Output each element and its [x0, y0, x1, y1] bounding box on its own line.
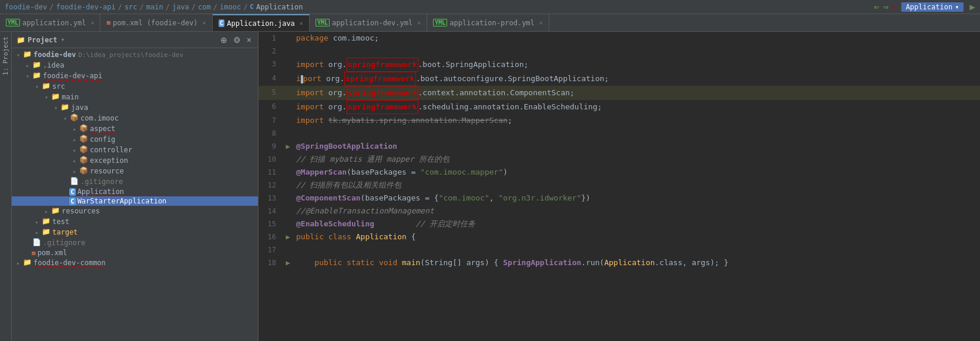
tree-item-pom-module[interactable]: m pom.xml	[12, 248, 258, 258]
bc-foodie-dev[interactable]: foodie-dev	[5, 3, 47, 11]
tree-item-controller[interactable]: 📦 controller	[12, 145, 258, 155]
tree-item-resource[interactable]: 📦 resource	[12, 166, 258, 176]
tree-item-foodie-dev[interactable]: 📁 foodie-dev D:\idea_projects\foodie-dev	[12, 49, 258, 60]
dropdown-icon[interactable]: ▾	[61, 36, 65, 44]
tree-item-foodie-dev-api[interactable]: 📁 foodie-dev-api	[12, 71, 258, 81]
arrow-foodie-dev-common[interactable]	[14, 260, 22, 266]
item-name-war-starter: WarStarterApplication	[78, 197, 167, 205]
navigate-back-icon[interactable]: ⇐	[874, 1, 880, 12]
arrow-exception[interactable]	[71, 158, 79, 164]
tree-item-application[interactable]: C Application	[12, 187, 258, 196]
tree-item-main[interactable]: 📁 main	[12, 92, 258, 102]
navigate-forward-icon[interactable]: ⇒	[883, 1, 889, 12]
code-line-7: 7 import tk.mybatis.spring.annotation.Ma…	[259, 114, 980, 127]
collapse-all-button[interactable]: ⊕	[219, 35, 229, 45]
tree-item-war-starter[interactable]: C WarStarterApplication	[12, 196, 258, 206]
tab-close-pom[interactable]: ✕	[203, 19, 206, 26]
tree-item-test[interactable]: 📁 test	[12, 216, 258, 227]
code-line-18: 18 ▶ public static void main(String[] ar…	[259, 256, 980, 269]
arrow-foodie-dev[interactable]	[14, 52, 22, 58]
bc-java[interactable]: java	[172, 3, 189, 11]
code-16: public class Application {	[294, 230, 980, 243]
folder-icon-config: 📦	[79, 135, 88, 144]
arrow-controller[interactable]	[71, 147, 79, 153]
tab-close-prod-yml[interactable]: ✕	[539, 19, 543, 26]
code-line-8: 8	[259, 127, 980, 140]
code-4: iport org.springframework.boot.autoconfi…	[294, 72, 980, 86]
arrow-resources[interactable]	[42, 208, 51, 215]
line-num-10: 10	[259, 153, 282, 166]
code-line-14: 14 //@EnableTransactionManagement	[259, 205, 980, 218]
gutter-18: ▶	[282, 256, 294, 269]
code-15: @EnableScheduling // 开启定时任务	[294, 218, 980, 230]
settings-button[interactable]: ⚙	[231, 35, 243, 45]
tab-label-application-java: Application.java	[227, 19, 295, 28]
arrow-java[interactable]	[52, 105, 60, 111]
arrow-config[interactable]	[71, 136, 79, 143]
arrow-main[interactable]	[42, 94, 51, 101]
bc-application: Application	[256, 3, 303, 11]
arrow-src[interactable]	[33, 83, 41, 90]
tree-item-src[interactable]: 📁 src	[12, 81, 258, 92]
code-line-6: 6 import org.springframework.scheduling.…	[259, 100, 980, 114]
arrow-resource[interactable]	[71, 168, 79, 175]
line-num-17: 17	[259, 243, 282, 256]
run-config-dropdown[interactable]: Application ▾	[901, 2, 964, 12]
arrow-com-imooc[interactable]	[61, 115, 69, 122]
folder-icon-controller: 📦	[79, 145, 88, 155]
run-icon-18[interactable]: ▶	[286, 256, 290, 269]
folder-icon-idea: 📁	[32, 61, 41, 70]
tree-item-resources[interactable]: 📁 resources	[12, 206, 258, 216]
bc-com[interactable]: com	[198, 3, 211, 11]
arrow-aspect[interactable]	[71, 126, 79, 132]
close-sidebar-button[interactable]: ×	[245, 35, 253, 45]
tree-item-config[interactable]: 📦 config	[12, 134, 258, 145]
tab-application-dev-yml[interactable]: YML application-dev.yml ✕	[310, 14, 427, 32]
tree-item-target[interactable]: 📁 target	[12, 227, 258, 238]
sidebar-header: 📁 Project ▾ ⊕ ⚙ ×	[12, 32, 258, 48]
run-icon-16[interactable]: ▶	[286, 230, 290, 243]
code-line-17: 17	[259, 243, 980, 256]
arrow-target[interactable]	[33, 229, 41, 236]
tab-close-yml[interactable]: ✕	[90, 19, 94, 26]
folder-icon-resources: 📁	[51, 206, 60, 216]
project-panel-label[interactable]: 1: Project	[1, 34, 11, 78]
bc-main[interactable]: main	[146, 3, 163, 11]
run-button[interactable]: ▶	[969, 1, 975, 12]
tree-item-gitignore-api[interactable]: 📄 .gitignore	[12, 176, 258, 187]
tab-close-application-java[interactable]: ✕	[300, 20, 303, 26]
code-5: import org.springframework.context.annot…	[294, 86, 980, 100]
bc-foodie-dev-api[interactable]: foodie-dev-api	[56, 3, 115, 11]
code-6: import org.springframework.scheduling.an…	[294, 100, 980, 114]
code-18: public static void main(String[] args) {…	[294, 256, 980, 269]
tab-application-yml[interactable]: YML application.yml ✕	[0, 14, 100, 32]
item-name-config: config	[90, 135, 115, 143]
code-12: // 扫描所有包以及相关组件包	[294, 179, 980, 192]
tab-application-prod-yml[interactable]: YML application-prod.yml ✕	[427, 14, 549, 32]
tab-pom-xml[interactable]: m pom.xml (foodie-dev) ✕	[100, 14, 212, 32]
run-icon-9[interactable]: ▶	[286, 140, 290, 153]
bc-imooc[interactable]: imooc	[220, 3, 241, 11]
tab-label-pom: pom.xml (foodie-dev)	[113, 19, 198, 27]
tab-close-dev-yml[interactable]: ✕	[417, 19, 421, 26]
arrow-test[interactable]	[33, 219, 41, 225]
arrow-idea[interactable]	[24, 62, 32, 69]
dropdown-arrow-icon: ▾	[955, 3, 959, 11]
tree-item-com-imooc[interactable]: 📦 com.imooc	[12, 113, 258, 123]
code-9: @SpringBootApplication	[294, 140, 980, 153]
line-num-14: 14	[259, 205, 282, 218]
arrow-foodie-dev-api[interactable]	[24, 73, 32, 79]
tree-item-idea[interactable]: 📁 .idea	[12, 60, 258, 71]
item-name-resource: resource	[90, 167, 124, 175]
code-1: package com.imooc;	[294, 32, 980, 45]
bc-src[interactable]: src	[125, 3, 137, 11]
java-file-icon-application: C	[69, 188, 76, 196]
tree-item-java[interactable]: 📁 java	[12, 102, 258, 113]
tree-item-aspect[interactable]: 📦 aspect	[12, 123, 258, 134]
tab-application-java[interactable]: C Application.java ✕	[213, 14, 310, 32]
tree-item-exception[interactable]: 📦 exception	[12, 155, 258, 166]
code-11: @MapperScan(basePackages = "com.imooc.ma…	[294, 166, 980, 179]
tree-item-foodie-dev-common[interactable]: 📁 foodie-dev-common	[12, 258, 258, 268]
tree-item-gitignore-module[interactable]: 📄 .gitignore	[12, 238, 258, 248]
item-name-src: src	[52, 82, 65, 91]
